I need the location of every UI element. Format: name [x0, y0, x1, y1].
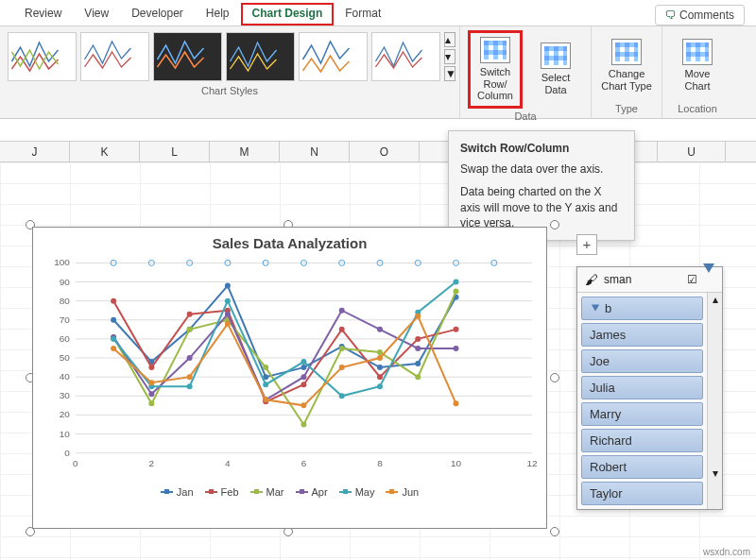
col-header-K[interactable]: K	[70, 142, 140, 161]
svg-point-49	[377, 349, 383, 355]
svg-point-43	[148, 400, 154, 406]
svg-point-58	[339, 308, 345, 314]
gallery-scroll-down[interactable]: ▾	[444, 49, 455, 64]
style-thumb-2[interactable]	[80, 32, 149, 81]
svg-text:60: 60	[60, 333, 71, 344]
filter-item-Julia[interactable]: Julia	[581, 376, 703, 399]
svg-point-73	[148, 380, 154, 385]
style-thumb-5[interactable]	[299, 32, 368, 81]
brush-icon: 🖌	[585, 272, 598, 287]
column-headers: J K L M N O T U	[0, 142, 756, 162]
mc-l1: Move	[685, 68, 711, 79]
svg-point-72	[111, 346, 116, 351]
scroll-up-icon[interactable]: ▴	[708, 293, 722, 306]
location-group: MoveChart Location	[662, 26, 732, 118]
col-header-M[interactable]: M	[210, 142, 280, 161]
svg-text:30: 30	[60, 390, 71, 400]
svg-point-37	[301, 382, 306, 387]
col-header-J[interactable]: J	[0, 142, 70, 161]
filter-item-James[interactable]: James	[581, 323, 703, 347]
filter-item-Robert[interactable]: Robert	[581, 455, 703, 479]
svg-point-74	[187, 374, 193, 380]
svg-point-46	[263, 365, 268, 370]
svg-point-54	[187, 355, 193, 361]
switch-row-column-button[interactable]: Switch Row/Column	[468, 30, 523, 109]
location-label: Location	[662, 101, 732, 118]
comments-button[interactable]: 🗨 Comments	[655, 5, 745, 25]
data-label: Data	[460, 109, 591, 126]
chart-filter-panel[interactable]: 🖌 sman ☑ bJamesJoeJuliaMarryRichardRober…	[576, 266, 723, 510]
filter-item-Marry[interactable]: Marry	[581, 402, 703, 426]
svg-point-60	[415, 346, 421, 351]
legend-item-May[interactable]: May	[339, 486, 375, 498]
col-header-L[interactable]: L	[140, 142, 210, 161]
col-header-N[interactable]: N	[280, 142, 350, 161]
select-data-button[interactable]: Select Data	[528, 39, 583, 99]
check-list-icon[interactable]: ☑	[687, 273, 697, 286]
svg-text:80: 80	[60, 296, 71, 306]
filter-item-Richard[interactable]: Richard	[581, 429, 703, 452]
svg-text:4: 4	[225, 458, 231, 468]
chart-handle-ne[interactable]	[550, 220, 559, 229]
filter-item-Joe[interactable]: Joe	[581, 349, 703, 373]
filter-head-text: sman	[604, 273, 681, 286]
svg-point-66	[263, 382, 268, 387]
tab-developer[interactable]: Developer	[120, 3, 195, 25]
funnel-icon[interactable]	[703, 273, 714, 286]
tab-help[interactable]: Help	[195, 3, 241, 25]
legend-item-Mar[interactable]: Mar	[250, 486, 284, 498]
style-thumb-6[interactable]	[371, 32, 440, 81]
gallery-scroll[interactable]: ▴ ▾ ▼	[444, 32, 455, 81]
svg-point-51	[454, 289, 459, 295]
scroll-down-icon[interactable]: ▾	[708, 467, 722, 480]
style-thumb-4[interactable]	[226, 32, 295, 81]
filter-item-Taylor[interactable]: Taylor	[581, 482, 703, 505]
svg-point-68	[339, 393, 345, 399]
col-header-U[interactable]: U	[658, 142, 726, 161]
chart-plot-area[interactable]: 0102030405060708090100024681012	[33, 253, 546, 480]
svg-point-55	[225, 312, 231, 317]
tab-format[interactable]: Format	[334, 3, 392, 25]
move-chart-button[interactable]: MoveChart	[670, 35, 725, 95]
chart-styles-gallery[interactable]: ▴ ▾ ▼	[0, 26, 459, 83]
legend-item-Feb[interactable]: Feb	[205, 486, 239, 498]
type-label: Type	[592, 101, 662, 118]
chart-handle-se[interactable]	[550, 527, 559, 536]
svg-point-22	[111, 317, 116, 323]
svg-point-59	[377, 327, 383, 332]
change-chart-type-button[interactable]: ChangeChart Type	[599, 35, 654, 95]
filter-item-b[interactable]: b	[581, 297, 703, 320]
svg-point-40	[415, 336, 421, 342]
svg-point-76	[263, 397, 268, 402]
chart-legend[interactable]: JanFebMarAprMayJun	[33, 486, 546, 498]
tab-chart-design[interactable]: Chart Design	[241, 3, 335, 25]
svg-point-62	[111, 336, 116, 342]
chart-handle-e[interactable]	[550, 373, 559, 382]
svg-point-69	[377, 383, 383, 389]
tooltip-line2: Data being charted on the X axis will mo…	[460, 184, 623, 230]
tab-view[interactable]: View	[73, 3, 120, 25]
chart-elements-button[interactable]: +	[576, 234, 597, 255]
style-thumb-1[interactable]	[8, 32, 77, 81]
col-header-O[interactable]: O	[350, 142, 420, 161]
legend-item-Jan[interactable]: Jan	[161, 486, 194, 498]
svg-point-77	[301, 402, 306, 408]
select-data-icon	[541, 42, 571, 69]
legend-item-Apr[interactable]: Apr	[296, 486, 328, 498]
tab-review[interactable]: Review	[13, 3, 73, 25]
style-thumb-3[interactable]	[153, 32, 222, 81]
gallery-scroll-up[interactable]: ▴	[444, 32, 455, 47]
chart-title[interactable]: Sales Data Analyzation	[33, 235, 546, 251]
cct-l1: Change	[609, 68, 645, 79]
svg-text:6: 6	[301, 458, 307, 468]
svg-point-32	[111, 298, 116, 304]
gallery-more[interactable]: ▼	[444, 66, 455, 81]
data-group: Switch Row/Column Select Data Data	[460, 26, 592, 118]
filter-scrollbar[interactable]: ▴ ▾	[707, 293, 722, 509]
svg-text:50: 50	[60, 352, 71, 363]
funnel-icon-small	[590, 301, 601, 315]
legend-item-Jun[interactable]: Jun	[386, 486, 419, 498]
chart-object[interactable]: Sales Data Analyzation 01020304050607080…	[32, 227, 547, 529]
svg-point-27	[301, 365, 306, 370]
switch-label-2: Column	[477, 90, 513, 101]
